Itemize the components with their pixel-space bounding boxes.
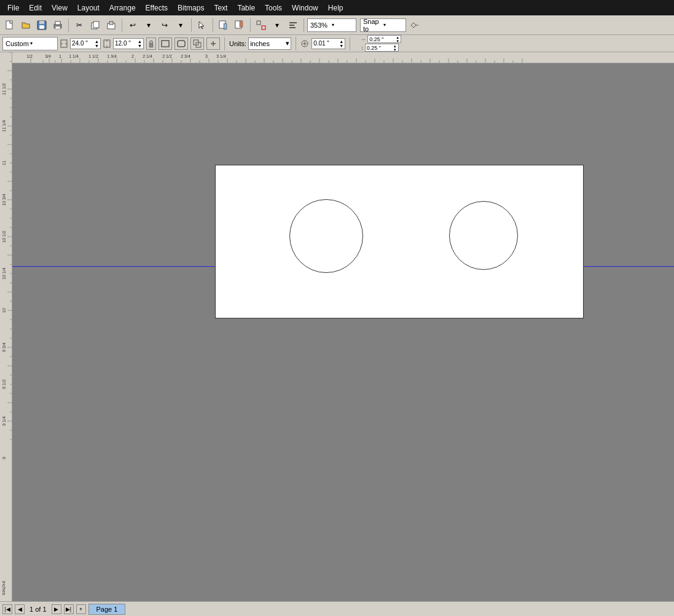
last-page-button[interactable]: ▶| [64, 604, 74, 614]
preset-dropdown[interactable]: Custom ▾ [2, 37, 58, 50]
import-button[interactable]: I [216, 18, 231, 33]
properties-toolbar: Custom ▾ 24.0 " ▲ ▼ 12.0 " ▲ ▼ [0, 35, 674, 52]
width-down-arrow[interactable]: ▼ [95, 44, 99, 48]
undo-dropdown[interactable]: ▾ [141, 18, 156, 33]
svg-text:1 3/4: 1 3/4 [107, 54, 117, 58]
svg-rect-17 [257, 21, 261, 25]
canvas-content[interactable] [12, 63, 674, 601]
nudge-down[interactable]: ▼ [339, 44, 343, 48]
width-value: 24.0 " [72, 40, 88, 47]
paste-button[interactable] [104, 18, 119, 33]
circle-1[interactable] [289, 199, 363, 273]
redo-button[interactable]: ↪ [157, 18, 172, 33]
nudge-arrows[interactable]: ▲ ▼ [339, 39, 343, 48]
svg-text:10 1/2: 10 1/2 [2, 231, 6, 243]
top-ruler-svg: 1/2 3/4 1 1 1/4 1 1/2 1 3/4 [12, 52, 674, 63]
units-label: Units: [229, 40, 246, 47]
nudge-input[interactable]: 0.01 " ▲ ▼ [312, 38, 345, 49]
open-button[interactable] [18, 18, 33, 33]
cut-button[interactable]: ✂ [72, 18, 87, 33]
page-tab[interactable]: Page 1 [88, 604, 126, 615]
copy-button[interactable] [88, 18, 103, 33]
snap-settings-button[interactable] [407, 18, 422, 33]
menu-file[interactable]: File [2, 2, 24, 14]
svg-rect-21 [289, 27, 296, 28]
svg-text:9: 9 [2, 457, 6, 459]
menu-text[interactable]: Text [209, 2, 232, 14]
svg-text:9 1/2: 9 1/2 [2, 379, 6, 389]
redo-dropdown[interactable]: ▾ [173, 18, 188, 33]
menu-effects[interactable]: Effects [141, 2, 173, 14]
height-group: 12.0 " ▲ ▼ [103, 38, 144, 49]
height-up-arrow[interactable]: ▲ [138, 39, 142, 44]
menu-view[interactable]: View [47, 2, 72, 14]
menu-bar: File Edit View Layout Arrange Effects Bi… [0, 0, 674, 15]
next-page-button[interactable]: ▶ [52, 604, 61, 614]
zoom-value: 353% [310, 22, 332, 29]
add-page-button[interactable]: + [76, 604, 86, 614]
svg-text:10 3/4: 10 3/4 [2, 194, 6, 206]
coord-y-input[interactable]: 0.25 " ▲ ▼ [365, 44, 399, 52]
export-button[interactable] [232, 18, 247, 33]
height-input[interactable]: 12.0 " ▲ ▼ [113, 38, 144, 49]
menu-layout[interactable]: Layout [72, 2, 104, 14]
units-value: inches [250, 40, 270, 47]
coord-x-down[interactable]: ▼ [396, 39, 399, 43]
svg-text:1 1/4: 1 1/4 [69, 54, 79, 58]
nudge-value: 0.01 " [313, 40, 329, 47]
menu-table[interactable]: Table [232, 2, 260, 14]
width-up-arrow[interactable]: ▲ [95, 39, 99, 44]
separator-t2-3 [350, 37, 350, 50]
first-page-button[interactable]: |◀ [2, 604, 12, 614]
svg-text:1/2: 1/2 [26, 54, 33, 58]
svg-rect-2 [39, 21, 44, 24]
menu-window[interactable]: Window [287, 2, 323, 14]
save-button[interactable] [34, 18, 49, 33]
svg-rect-5 [55, 22, 60, 25]
prev-page-button[interactable]: ◀ [15, 604, 25, 614]
coord-x-row: ↔ 0.25 " ▲ ▼ [361, 35, 401, 43]
transform-dropdown[interactable]: ▾ [270, 18, 284, 33]
transform-button[interactable] [254, 18, 268, 33]
height-down-arrow[interactable]: ▼ [138, 44, 142, 48]
units-select[interactable]: inches ▾ [248, 38, 291, 50]
svg-rect-31 [178, 41, 185, 47]
width-input[interactable]: 24.0 " ▲ ▼ [70, 38, 101, 49]
menu-arrange[interactable]: Arrange [104, 2, 141, 14]
print-button[interactable] [50, 18, 65, 33]
canvas-wrapper[interactable]: 1/2 3/4 1 1 1/4 1 1/2 1 3/4 [12, 52, 674, 601]
new-button[interactable] [2, 18, 17, 33]
svg-rect-8 [93, 22, 99, 28]
page[interactable] [215, 165, 584, 318]
select-tool[interactable] [195, 18, 210, 33]
nudge-up[interactable]: ▲ [339, 39, 343, 44]
svg-text:2 1/4: 2 1/4 [143, 54, 152, 58]
width-arrows[interactable]: ▲ ▼ [95, 39, 99, 48]
menu-edit[interactable]: Edit [24, 2, 47, 14]
rectangle-shape-button[interactable] [159, 38, 172, 50]
position-button[interactable] [206, 38, 220, 50]
separator-t2-2 [296, 37, 296, 50]
left-ruler: 11 1/2 11 1/4 11 10 3/4 10 1/2 10 1/4 10… [0, 52, 12, 601]
svg-text:10 1/4: 10 1/4 [2, 267, 6, 280]
inches-label: inches [1, 581, 7, 595]
undo-button[interactable]: ↩ [125, 18, 140, 33]
menu-tools[interactable]: Tools [260, 2, 287, 14]
coord-x-input[interactable]: 0.25 " ▲ ▼ [367, 35, 401, 43]
rounded-rect-button[interactable] [174, 38, 188, 50]
height-arrows[interactable]: ▲ ▼ [138, 39, 142, 48]
svg-text:11: 11 [2, 160, 6, 165]
menu-bitmaps[interactable]: Bitmaps [173, 2, 209, 14]
coord-y-down[interactable]: ▼ [393, 48, 397, 52]
circle-2[interactable] [449, 201, 518, 270]
units-arrow: ▾ [286, 39, 289, 47]
lock-aspect-button[interactable] [146, 38, 156, 50]
menu-help[interactable]: Help [323, 2, 348, 14]
snap-dropdown[interactable]: Snap to ▾ [360, 18, 406, 32]
align-button[interactable] [286, 18, 300, 33]
svg-text:2 1/2: 2 1/2 [162, 54, 172, 58]
top-ruler: 1/2 3/4 1 1 1/4 1 1/2 1 3/4 [12, 52, 674, 63]
zoom-dropdown[interactable]: 353% ▾ [307, 18, 356, 32]
svg-rect-30 [162, 41, 169, 47]
scale-button[interactable] [190, 38, 204, 50]
